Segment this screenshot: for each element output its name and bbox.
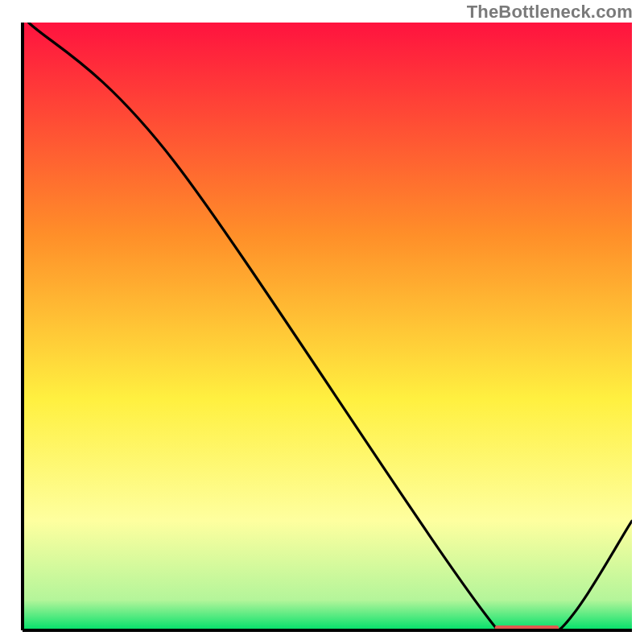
attribution-label: TheBottleneck.com — [467, 2, 633, 23]
chart-gradient-background — [23, 23, 632, 630]
bottleneck-chart — [0, 0, 644, 644]
